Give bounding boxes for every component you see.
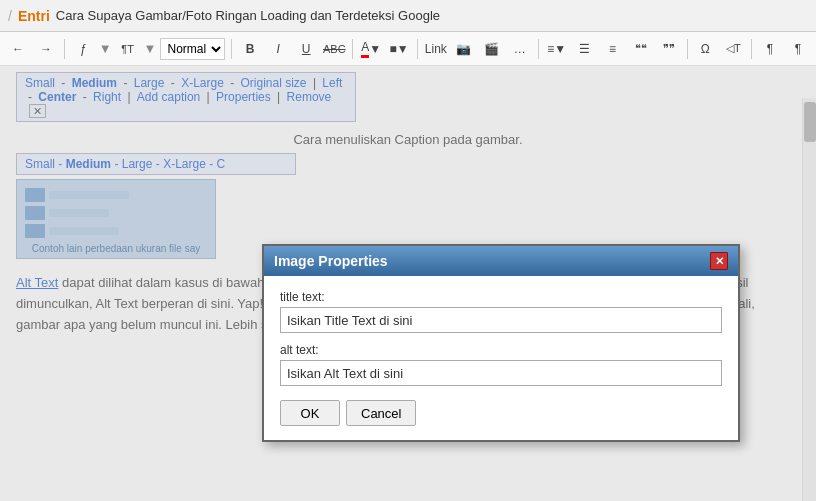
special-char-button[interactable]: Ω	[693, 37, 717, 61]
toolbar-separator-5	[538, 39, 539, 59]
format-select[interactable]: Normal	[160, 38, 225, 60]
page-title: Cara Supaya Gambar/Foto Ringan Loading d…	[56, 8, 440, 23]
link-button[interactable]: Link	[424, 37, 448, 61]
blockquote2-button[interactable]: ❞❞	[657, 37, 681, 61]
font-color-icon: A	[361, 40, 369, 58]
highlight-button[interactable]: ■▼	[387, 37, 411, 61]
ordered-list-button[interactable]: ☰	[573, 37, 597, 61]
font-separator: ▼	[99, 41, 112, 56]
text-separator: ▼	[144, 41, 157, 56]
more-button[interactable]: …	[508, 37, 532, 61]
image-properties-dialog: Image Properties ✕ title text: alt text:…	[262, 244, 740, 442]
toolbar-separator-4	[417, 39, 418, 59]
bold-button[interactable]: B	[238, 37, 262, 61]
breadcrumb-slash: /	[8, 8, 12, 24]
font-color-button[interactable]: A▼	[359, 37, 383, 61]
breadcrumb-entri[interactable]: Entri	[18, 8, 50, 24]
blockquote1-button[interactable]: ❝❝	[629, 37, 653, 61]
cancel-button[interactable]: Cancel	[346, 400, 416, 426]
toolbar-separator-6	[687, 39, 688, 59]
title-input[interactable]	[280, 307, 722, 333]
undo-button[interactable]: ←	[6, 37, 30, 61]
image-button[interactable]: 📷	[452, 37, 476, 61]
alt-label: alt text:	[280, 343, 722, 357]
title-label: title text:	[280, 290, 722, 304]
align-button[interactable]: ≡▼	[545, 37, 569, 61]
italic-button[interactable]: I	[266, 37, 290, 61]
dialog-close-button[interactable]: ✕	[710, 252, 728, 270]
dialog-buttons: OK Cancel	[280, 400, 722, 426]
dialog-body: title text: alt text: OK Cancel	[264, 276, 738, 440]
unordered-list-button[interactable]: ≡	[601, 37, 625, 61]
video-button[interactable]: 🎬	[480, 37, 504, 61]
rtl-button[interactable]: ◁T	[721, 37, 745, 61]
text-icon-button[interactable]: ¶T	[116, 37, 140, 61]
ok-button[interactable]: OK	[280, 400, 340, 426]
editor-toolbar: ← → ƒ ▼ ¶T ▼ Normal B I U ABC A▼ ■▼ Link…	[0, 32, 816, 66]
strikethrough-button[interactable]: ABC	[322, 37, 346, 61]
toolbar-separator-7	[751, 39, 752, 59]
dialog-title: Image Properties	[274, 253, 388, 269]
para2-button[interactable]: ¶	[786, 37, 810, 61]
font-icon-button[interactable]: ƒ	[71, 37, 95, 61]
underline-button[interactable]: U	[294, 37, 318, 61]
para1-button[interactable]: ¶	[758, 37, 782, 61]
toolbar-separator-1	[64, 39, 65, 59]
top-bar: / Entri Cara Supaya Gambar/Foto Ringan L…	[0, 0, 816, 32]
toolbar-separator-3	[352, 39, 353, 59]
redo-button[interactable]: →	[34, 37, 58, 61]
toolbar-separator-2	[231, 39, 232, 59]
dialog-titlebar: Image Properties ✕	[264, 246, 738, 276]
alt-input[interactable]	[280, 360, 722, 386]
